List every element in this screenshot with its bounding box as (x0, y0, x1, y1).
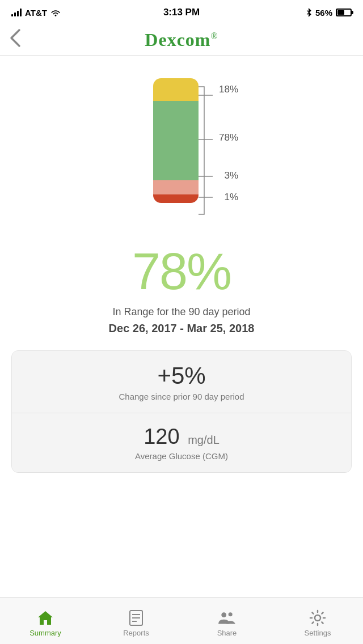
label-1pct: 1% (224, 192, 238, 203)
date-range: Dec 26, 2017 - Mar 25, 2018 (23, 320, 340, 337)
app-title: Dexcom® (145, 29, 218, 50)
stats-section: +5% Change since prior 90 day period 120… (11, 350, 352, 473)
reports-icon (128, 609, 145, 626)
carrier-label: AT&T (25, 8, 47, 18)
glucose-label: Average Glucose (CGM) (21, 451, 342, 461)
glucose-chart: 18% 78% 3% 1% (125, 78, 238, 226)
status-left: AT&T (11, 8, 61, 18)
home-icon (37, 609, 54, 626)
signal-icon (11, 9, 22, 16)
status-right: 56% (305, 8, 352, 18)
segment-very-low (153, 194, 199, 203)
nav-bar: Dexcom® (0, 25, 363, 56)
tab-reports-label: Reports (123, 629, 149, 637)
battery-percent: 56% (315, 8, 332, 18)
change-label: Change since prior 90 day period (21, 392, 342, 401)
svg-point-4 (221, 612, 226, 617)
segment-high (153, 78, 199, 101)
tab-share-label: Share (217, 629, 237, 637)
battery-icon (336, 9, 352, 16)
in-range-percent: 78% (0, 243, 363, 301)
label-18pct: 18% (219, 84, 238, 95)
tab-reports[interactable]: Reports (91, 598, 182, 644)
change-card: +5% Change since prior 90 day period (12, 351, 351, 413)
svg-point-6 (315, 615, 320, 621)
segment-in-range (153, 101, 199, 181)
average-glucose-card: 120 mg/dL Average Glucose (CGM) (12, 413, 351, 472)
tab-settings[interactable]: Settings (272, 598, 363, 644)
tab-summary-label: Summary (29, 629, 61, 637)
back-button[interactable] (9, 28, 22, 52)
tab-bar: Summary Reports Share (0, 598, 363, 644)
label-3pct: 3% (224, 170, 238, 181)
chart-section: 18% 78% 3% 1% (0, 56, 363, 237)
glucose-unit: mg/dL (188, 434, 220, 446)
label-78pct: 78% (219, 132, 238, 143)
status-time: 3:13 PM (163, 7, 200, 18)
change-value: +5% (21, 362, 342, 389)
share-icon (218, 609, 235, 626)
tab-summary[interactable]: Summary (0, 598, 91, 644)
wifi-icon (50, 9, 61, 16)
bluetooth-icon (305, 8, 312, 17)
bar-chart (153, 78, 199, 203)
main-content: 18% 78% 3% 1% 78% In Range for the 90 da… (0, 56, 363, 598)
glucose-value: 120 mg/dL (21, 425, 342, 449)
segment-low (153, 180, 199, 194)
svg-point-5 (229, 612, 233, 616)
in-range-description: In Range for the 90 day period Dec 26, 2… (0, 304, 363, 337)
settings-icon (309, 609, 326, 626)
tab-settings-label: Settings (305, 629, 331, 637)
in-range-line1: In Range for the 90 day period (23, 304, 340, 320)
status-bar: AT&T 3:13 PM 56% (0, 0, 363, 25)
tab-share[interactable]: Share (182, 598, 272, 644)
